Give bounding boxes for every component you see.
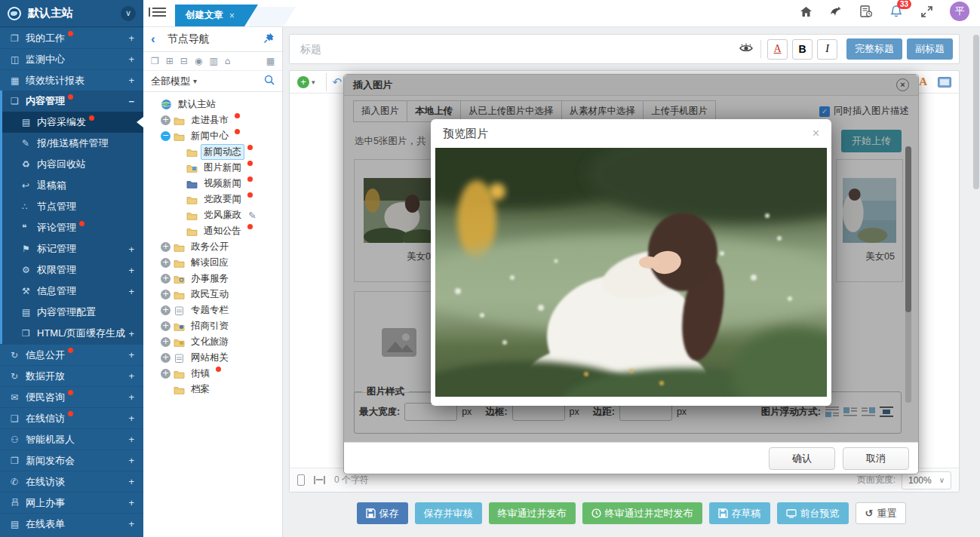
sidebar-item-数据开放[interactable]: ↻数据开放+ xyxy=(0,365,143,386)
node-config-icon[interactable]: ▦ xyxy=(266,56,275,66)
存草稿-button[interactable]: 存草稿 xyxy=(709,502,770,524)
font-color-button[interactable]: A xyxy=(767,39,788,60)
expand-plus-icon[interactable]: + xyxy=(128,265,134,276)
expand-plus-icon[interactable]: + xyxy=(161,369,171,379)
fit-width-icon[interactable] xyxy=(314,476,325,484)
tree-node-新闻中心[interactable]: −新闻中心 xyxy=(146,128,279,144)
expand-plus-icon[interactable]: + xyxy=(128,54,134,65)
tree-node-默认主站[interactable]: 默认主站 xyxy=(146,97,279,112)
终审通过并定时发布-button[interactable]: 终审通过并定时发布 xyxy=(582,502,702,524)
sidebar-item-在线访谈[interactable]: ✆在线访谈+ xyxy=(0,471,143,492)
expand-plus-icon[interactable]: + xyxy=(128,391,134,403)
tree-node-解读回应[interactable]: +解读回应 xyxy=(146,255,279,271)
cancel-button[interactable]: 取消 xyxy=(843,447,909,470)
重置-button[interactable]: ↺重置 xyxy=(856,502,907,524)
expand-plus-icon[interactable]: + xyxy=(161,242,171,252)
expand-plus-icon[interactable]: + xyxy=(128,286,134,297)
font-tool-icon[interactable]: A xyxy=(919,75,927,88)
expand-plus-icon[interactable]: + xyxy=(128,518,134,529)
pin-icon[interactable] xyxy=(263,32,275,46)
doc-icon[interactable]: ▥ xyxy=(209,56,217,66)
sidebar-item-退稿箱[interactable]: ↩退稿箱 xyxy=(2,175,143,196)
tree-node-党风廉政[interactable]: 党风廉政✎ xyxy=(146,207,279,223)
expand-plus-icon[interactable]: + xyxy=(161,258,171,268)
tree-node-政务公开[interactable]: +政务公开 xyxy=(146,239,279,255)
scan-preview-eye-icon[interactable] xyxy=(738,41,754,57)
sidebar-item-节点管理[interactable]: ∴节点管理 xyxy=(2,196,143,217)
sidebar-item-在线信访[interactable]: ❑在线信访+ xyxy=(0,407,143,428)
confirm-button[interactable]: 确认 xyxy=(769,447,835,470)
collapse-minus-icon[interactable]: − xyxy=(128,96,134,107)
italic-button[interactable]: I xyxy=(817,39,837,60)
sidebar-item-网上办事[interactable]: 吕网上办事+ xyxy=(0,492,143,513)
expand-plus-icon[interactable]: + xyxy=(128,434,134,445)
tab-close-icon[interactable]: × xyxy=(229,11,235,21)
full-title-button[interactable]: 完整标题 xyxy=(846,38,902,60)
tree-node-图片新闻[interactable]: 图片新闻 xyxy=(146,160,279,176)
sidebar-item-内容回收站[interactable]: ♻内容回收站 xyxy=(2,154,143,175)
home-icon[interactable]: ⌂ xyxy=(225,56,231,66)
tree-node-网站相关[interactable]: +网站相关 xyxy=(146,350,279,366)
subtitle-button[interactable]: 副标题 xyxy=(907,38,953,60)
expand-plus-icon[interactable]: + xyxy=(161,353,171,363)
panel-back-icon[interactable]: ‹ xyxy=(151,32,155,47)
sidebar-item-内容管理配置[interactable]: ▤内容管理配置 xyxy=(2,302,143,323)
expand-plus-icon[interactable]: + xyxy=(161,337,171,347)
tree-node-新闻动态[interactable]: 新闻动态 xyxy=(146,144,279,160)
expand-plus-icon[interactable]: + xyxy=(128,413,134,424)
tree-node-政民互动[interactable]: +政民互动 xyxy=(146,287,279,302)
sidebar-collapse-button[interactable]: ∨ xyxy=(121,6,136,21)
swallow-icon[interactable] xyxy=(829,5,843,18)
title-input[interactable] xyxy=(290,35,738,63)
avatar[interactable]: 平 xyxy=(950,2,969,21)
bell-icon[interactable]: 33 xyxy=(889,5,903,18)
undo-icon[interactable]: ↶ xyxy=(333,75,343,89)
expand-plus-icon[interactable]: + xyxy=(161,321,171,331)
expand-plus-icon[interactable]: + xyxy=(128,476,134,487)
前台预览-button[interactable]: 前台预览 xyxy=(777,502,849,524)
tree-node-专题专栏[interactable]: +专题专栏 xyxy=(146,302,279,318)
sidebar-item-绩效统计报表[interactable]: ▦绩效统计报表+ xyxy=(0,69,143,91)
sidebar-item-权限管理[interactable]: ⚙权限管理+ xyxy=(2,259,143,281)
sidebar-item-报/推送稿件管理[interactable]: ✎报/推送稿件管理 xyxy=(2,133,143,154)
expand-plus-icon[interactable]: + xyxy=(128,75,134,86)
sidebar-item-标记管理[interactable]: ⚑标记管理+ xyxy=(2,238,143,259)
sidebar-item-在线表单[interactable]: ▤在线表单+ xyxy=(0,513,143,534)
tree-node-招商引资[interactable]: +招商引资 xyxy=(146,318,279,334)
tree-node-街镇[interactable]: +街镇 xyxy=(146,366,279,382)
search-icon[interactable] xyxy=(264,75,275,87)
expand-plus-icon[interactable]: + xyxy=(128,328,134,339)
insert-plus-icon[interactable]: + xyxy=(297,76,309,88)
copy-icon[interactable]: ❐ xyxy=(151,56,159,66)
home-icon[interactable] xyxy=(799,5,813,18)
bold-button[interactable]: B xyxy=(792,39,813,60)
sidebar-item-内容采编发[interactable]: ▤内容采编发 xyxy=(2,112,143,133)
expand-plus-icon[interactable]: + xyxy=(161,290,171,299)
tree-node-视频新闻[interactable]: 视频新闻 xyxy=(146,176,279,192)
model-filter-dropdown[interactable]: 全部模型 xyxy=(151,75,190,88)
expand-plus-icon[interactable]: + xyxy=(161,305,171,315)
sidebar-item-智能机器人[interactable]: ⚇智能机器人+ xyxy=(0,428,143,450)
tree-node-文化旅游[interactable]: +文化旅游 xyxy=(146,334,279,350)
expand-tree-icon[interactable]: ⊞ xyxy=(166,56,174,66)
sidebar-item-便民咨询[interactable]: ✉便民咨询+ xyxy=(0,386,143,407)
fullscreen-icon[interactable] xyxy=(920,5,933,18)
close-icon[interactable]: × xyxy=(813,127,819,140)
sidebar-item-HTML/页面缓存生成[interactable]: ❒HTML/页面缓存生成+ xyxy=(2,323,143,344)
expand-plus-icon[interactable]: + xyxy=(128,349,134,361)
sidebar-item-内容管理[interactable]: ❏内容管理− xyxy=(2,91,143,112)
expand-plus-icon[interactable]: + xyxy=(128,455,134,466)
expand-plus-icon[interactable]: + xyxy=(161,274,171,284)
collapse-minus-icon[interactable]: − xyxy=(161,131,171,141)
sidebar-item-评论管理[interactable]: ❝评论管理 xyxy=(2,217,143,238)
sidebar-item-信息公开[interactable]: ↻信息公开+ xyxy=(0,344,143,365)
tree-node-办事服务[interactable]: +办事服务 xyxy=(146,271,279,287)
tab-create-article[interactable]: 创建文章 × xyxy=(175,5,258,26)
site-icon[interactable]: ◉ xyxy=(195,56,202,66)
保存-button[interactable]: 保存 xyxy=(357,502,408,524)
sidebar-item-新闻发布会[interactable]: ❐新闻发布会+ xyxy=(0,450,143,471)
collapse-tree-icon[interactable]: ⊟ xyxy=(180,56,188,66)
sidebar-item-监测中心[interactable]: ◫监测中心+ xyxy=(0,48,143,69)
tree-node-党政要闻[interactable]: 党政要闻 xyxy=(146,192,279,207)
expand-plus-icon[interactable]: + xyxy=(128,244,134,255)
